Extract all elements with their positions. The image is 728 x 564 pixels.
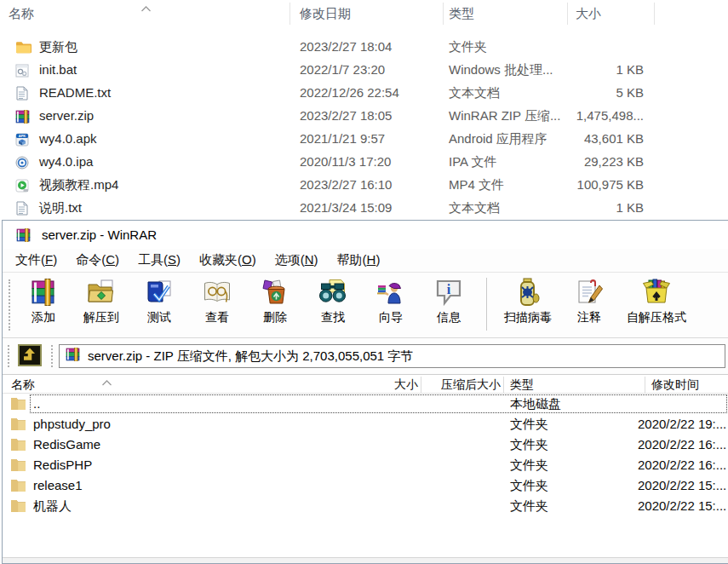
winrar-addressbar: server.zip - ZIP 压缩文件, 解包大小为 2,703,055,0… — [3, 338, 728, 374]
file-row[interactable]: wy4.0.ipa2020/11/3 17:20IPA 文件29,223 KB — [0, 151, 728, 174]
entry-name: 机器人 — [33, 498, 72, 515]
menu-item[interactable]: 命令(C) — [66, 250, 129, 271]
archive-row[interactable]: 机器人文件夹2020/2/22 15:... — [3, 496, 728, 516]
info-icon: i — [434, 278, 463, 307]
archive-row[interactable]: phpstudy_pro文件夹2020/2/22 19:... — [3, 414, 728, 435]
rar-folder-icon — [10, 437, 26, 455]
sort-ascending-icon — [140, 0, 152, 15]
comment-button[interactable]: 注释 — [562, 273, 616, 325]
info-button[interactable]: i信息 — [421, 273, 476, 325]
wizard-button[interactable]: 向导 — [364, 273, 418, 325]
scan-virus-button[interactable]: 扫描病毒 — [497, 273, 559, 325]
entry-type: 文件夹 — [510, 437, 548, 453]
window-title: server.zip - WinRAR — [42, 227, 157, 242]
entry-date: 2020/2/22 16:... — [638, 437, 726, 452]
rar-folder-icon — [10, 498, 26, 516]
file-name: 说明.txt — [39, 200, 82, 216]
file-date: 2023/2/27 18:05 — [300, 108, 392, 123]
find-button[interactable]: 查找 — [306, 273, 360, 325]
entry-name: RedisPHP — [33, 458, 92, 472]
delete-button[interactable]: 删除 — [248, 273, 302, 325]
toolbar-button-label: 删除 — [263, 310, 287, 325]
column-header-size[interactable]: 大小 — [343, 377, 418, 393]
sfx-icon — [642, 278, 671, 307]
file-name: server.zip — [39, 108, 94, 123]
addressbar-grip-handle[interactable] — [51, 345, 54, 367]
rar-folder-icon — [10, 396, 26, 414]
column-header-size[interactable]: 大小 — [576, 6, 601, 22]
column-header-name[interactable]: 名称 — [11, 377, 35, 393]
view-button[interactable]: 查看 — [190, 273, 244, 325]
file-row[interactable]: 视频教程.mp42023/2/27 16:10MP4 文件100,975 KB — [0, 174, 728, 197]
entry-date: 2020/2/22 19:... — [638, 417, 726, 431]
file-size: 1 KB — [477, 62, 644, 77]
archive-row[interactable]: RedisPHP文件夹2020/2/22 16:... — [3, 455, 728, 475]
test-button[interactable]: 测试 — [132, 273, 186, 325]
entry-date: 2020/2/22 15:... — [638, 498, 726, 513]
menu-item[interactable]: 帮助(H) — [328, 250, 390, 271]
toolbar-button-label: 查找 — [321, 310, 345, 325]
toolbar-button-label: 测试 — [147, 310, 171, 325]
up-directory-button[interactable] — [17, 345, 43, 368]
entry-date: 2020/2/22 15:... — [638, 478, 726, 492]
file-row[interactable]: init.bat2022/1/7 23:20Windows 批处理...1 KB — [0, 59, 728, 82]
file-size: 100,975 KB — [477, 177, 644, 192]
rar-folder-icon — [10, 478, 26, 496]
menu-item[interactable]: 收藏夹(O) — [190, 250, 266, 271]
explorer-window: 名称 修改日期 类型 大小 更新包2023/2/27 18:04文件夹init.… — [0, 0, 728, 220]
scan-virus-icon — [513, 278, 542, 307]
column-header-date[interactable]: 修改时间 — [651, 377, 699, 393]
column-header-type[interactable]: 类型 — [510, 377, 534, 393]
column-divider[interactable] — [654, 3, 655, 25]
column-divider[interactable] — [645, 377, 645, 393]
add-archive-button[interactable]: 添加 — [16, 273, 71, 325]
column-header-name[interactable]: 名称 — [9, 6, 34, 22]
file-row[interactable]: APKwy4.0.apk2021/1/21 9:57Android 应用程序43… — [0, 128, 728, 151]
file-row[interactable]: 说明.txt2021/3/24 15:09文本文档1 KB — [0, 197, 728, 220]
toolbar-grip-handle[interactable] — [9, 279, 11, 331]
addressbar-grip-handle[interactable] — [8, 345, 10, 367]
menu-item[interactable]: 文件(F) — [6, 250, 66, 271]
file-row[interactable]: server.zip2023/2/27 18:05WinRAR ZIP 压缩..… — [0, 105, 728, 128]
column-header-date[interactable]: 修改日期 — [300, 6, 351, 22]
toolbar-button-label: 自解压格式 — [627, 310, 686, 325]
column-divider[interactable] — [289, 3, 290, 25]
menu-item[interactable]: 工具(S) — [129, 250, 190, 271]
menu-item[interactable]: 选项(N) — [266, 250, 328, 271]
toolbar-button-label: 注释 — [577, 310, 601, 325]
file-size: 1 KB — [477, 200, 644, 215]
entry-type: 文件夹 — [510, 478, 548, 494]
sfx-button[interactable]: 自解压格式 — [620, 273, 693, 325]
file-date: 2022/12/26 22:54 — [300, 85, 399, 100]
extract-button[interactable]: 解压到 — [74, 273, 129, 325]
rar-folder-icon — [10, 458, 26, 475]
mp4-icon — [15, 178, 32, 193]
file-date: 2022/1/7 23:20 — [300, 62, 385, 77]
winrar-column-headers: 名称 大小 压缩后大小 类型 修改时间 — [3, 374, 728, 394]
apk-icon: APK — [15, 132, 32, 147]
file-name: wy4.0.apk — [39, 131, 97, 146]
winrar-titlebar[interactable]: server.zip - WinRAR — [3, 221, 728, 249]
wizard-icon — [376, 278, 405, 307]
file-name: init.bat — [39, 62, 77, 77]
archive-row[interactable]: ..本地磁盘 — [3, 394, 728, 414]
column-header-packed[interactable]: 压缩后大小 — [424, 377, 501, 393]
file-name: wy4.0.ipa — [39, 154, 93, 169]
archive-path-combobox[interactable]: server.zip - ZIP 压缩文件, 解包大小为 2,703,055,0… — [59, 344, 725, 368]
screen: 名称 修改日期 类型 大小 更新包2023/2/27 18:04文件夹init.… — [0, 0, 728, 564]
column-divider[interactable] — [421, 377, 421, 393]
column-header-type[interactable]: 类型 — [449, 6, 474, 22]
entry-type: 文件夹 — [510, 458, 548, 474]
file-row[interactable]: 更新包2023/2/27 18:04文件夹 — [0, 36, 728, 59]
toolbar-button-label: 查看 — [205, 310, 229, 325]
file-size: 29,223 KB — [477, 154, 644, 169]
archive-row[interactable]: RedisGame文件夹2020/2/22 16:... — [3, 435, 728, 455]
column-divider[interactable] — [567, 3, 568, 25]
archive-row[interactable]: release1文件夹2020/2/22 15:... — [3, 475, 728, 496]
toolbar-divider — [486, 278, 487, 331]
explorer-file-list: 更新包2023/2/27 18:04文件夹init.bat2022/1/7 23… — [0, 36, 728, 220]
column-divider[interactable] — [443, 3, 444, 25]
file-date: 2021/1/21 9:57 — [300, 131, 385, 146]
file-row[interactable]: README.txt2022/12/26 22:54文本文档5 KB — [0, 82, 728, 105]
column-divider[interactable] — [503, 377, 504, 393]
